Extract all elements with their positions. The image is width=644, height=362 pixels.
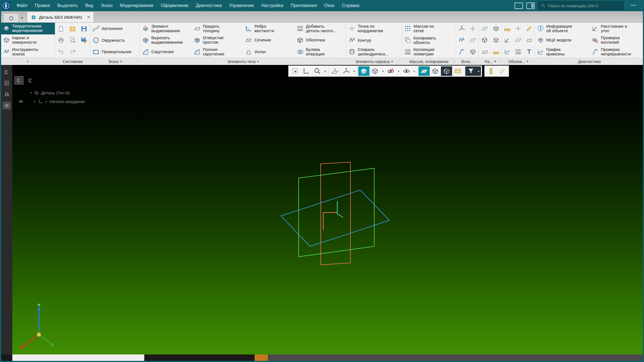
tree-panel-icon[interactable] <box>3 68 11 76</box>
menu-settings[interactable]: Настройка <box>258 0 287 11</box>
section-label-annotations[interactable]: Обозна... ▾ ⋮⋮ <box>502 58 535 65</box>
grip-icon[interactable]: ⋮⋮ <box>341 60 346 63</box>
menu-edit[interactable]: Правка <box>31 0 54 11</box>
tool-geometry-collection[interactable]: Коллекция геометрии <box>402 46 456 58</box>
workspace-layout-icon[interactable] <box>515 3 523 9</box>
tree-root-row[interactable]: ▾ Деталь (Тел-0) <box>30 90 85 95</box>
display-mode-button[interactable] <box>369 66 381 76</box>
menu-select[interactable]: Выделить <box>54 0 82 11</box>
tool-thicken[interactable]: Придать толщину <box>191 23 243 34</box>
taskbar-app-light[interactable] <box>12 354 144 361</box>
section-label-frame[interactable]: Элементы каркаса ▾ ⋮⋮ <box>346 58 402 65</box>
section-label-sketch[interactable]: Эскиз ▾ ⋮⋮ <box>90 58 140 65</box>
placement-ruler-button[interactable] <box>491 47 501 57</box>
search-input[interactable] <box>547 3 621 8</box>
tool-point-by-coords[interactable]: Точка по координатам <box>346 23 402 34</box>
tool-contour[interactable]: Контур <box>346 34 402 46</box>
placement-corner-button[interactable] <box>491 35 501 45</box>
home-tab-chevron-down-icon[interactable]: ▾ <box>19 13 25 22</box>
redo-button[interactable] <box>68 47 77 56</box>
section-label-body[interactable]: Элементы тела ▾ ⋮⋮ <box>140 58 346 65</box>
clip-volume-button[interactable] <box>430 66 441 76</box>
mode-sketch-tools[interactable]: Инструменты эскиза <box>1 46 55 58</box>
tool-fillet[interactable]: Скругление <box>140 46 191 58</box>
shaded-display-button[interactable] <box>358 66 369 76</box>
annotation-pencil-button[interactable] <box>524 24 534 34</box>
tool-object-info[interactable]: Информация об объекте <box>535 23 589 34</box>
chevron-down-icon[interactable]: ▾ <box>257 60 259 63</box>
menu-modeling[interactable]: Моделирование <box>116 0 157 11</box>
orientation-button[interactable] <box>341 66 352 76</box>
menu-sketch[interactable]: Эскиз <box>97 0 116 11</box>
menu-layout[interactable]: Оформление <box>157 0 192 11</box>
annotation-graph-button[interactable] <box>502 47 512 57</box>
tree-origin-row[interactable]: ▸ ● Начало координат <box>18 99 85 104</box>
undo-button[interactable] <box>56 47 66 56</box>
visibility-eye-icon[interactable] <box>18 99 24 104</box>
grip-icon[interactable]: ⋮⋮ <box>85 60 90 63</box>
annotation-ruler-button[interactable] <box>502 24 512 34</box>
tool-mass-properties[interactable]: МЦХ модели <box>535 34 589 46</box>
annotation-sheet-button[interactable] <box>524 35 534 45</box>
expand-closed-icon[interactable]: ▸ <box>34 100 36 103</box>
annotation-text-button[interactable] <box>524 47 534 57</box>
grip-icon[interactable]: ⋮⋮ <box>474 60 478 63</box>
hide-objects-chevron-down-icon[interactable]: ▾ <box>396 66 401 76</box>
section-label-placement[interactable]: Ра... ▾ ⋮⋮ <box>479 58 502 65</box>
tool-shell[interactable]: Оболочка <box>294 34 346 46</box>
quick-selection-button[interactable] <box>289 66 301 76</box>
annotation-collection-button[interactable] <box>513 47 523 57</box>
placement-clip-button[interactable] <box>491 24 501 34</box>
model-viewport[interactable]: ▾ ▾ ▾ ▾ ▾ ▾ <box>12 65 643 354</box>
expand-open-icon[interactable]: ▾ <box>30 91 32 95</box>
hide-objects-button[interactable] <box>385 66 396 76</box>
print-button[interactable] <box>56 35 66 45</box>
open-button[interactable] <box>68 24 77 34</box>
placement-box-button[interactable] <box>480 35 490 45</box>
visibility-chevron-down-icon[interactable]: ▾ <box>412 66 417 76</box>
chevron-down-icon[interactable]: ▾ <box>527 60 529 63</box>
grip-icon[interactable]: ⋮⋮ <box>451 60 456 63</box>
tool-full-round[interactable]: Полное скругление <box>191 46 243 58</box>
panel-toggle-icon[interactable] <box>526 3 535 9</box>
local-view-button[interactable] <box>441 66 452 76</box>
display-mode-chevron-down-icon[interactable]: ▾ <box>381 66 385 76</box>
tab-close-icon[interactable]: × <box>87 14 90 20</box>
tool-rectangle[interactable]: Прямоугольник <box>90 46 140 58</box>
menu-applications[interactable]: Приложения <box>287 0 320 11</box>
minimize-icon[interactable]: — <box>627 2 641 10</box>
rebuild-button[interactable] <box>329 66 341 76</box>
tool-cylindrical-helix[interactable]: Спираль цилиндрическ... <box>346 46 402 58</box>
grip-icon[interactable]: ⋮⋮ <box>135 60 140 63</box>
tree-composition-button[interactable] <box>26 76 35 85</box>
annotation-plane-button[interactable] <box>513 35 523 45</box>
section-label-aux[interactable]: Вспо... ⋮⋮ <box>456 58 479 65</box>
section-label-system[interactable]: Системная ⋮⋮ <box>55 58 90 65</box>
filter-chevron-down-icon[interactable]: ▾ <box>476 66 481 76</box>
appearance-button[interactable] <box>452 66 463 76</box>
aux-axes-button[interactable] <box>457 24 467 34</box>
tool-cut-extrude[interactable]: Вырезать выдавливанием <box>140 34 191 46</box>
tool-collision-check[interactable]: Проверка коллизий <box>589 34 644 46</box>
aux-box-button[interactable] <box>468 47 478 57</box>
chevron-down-icon[interactable]: ▾ <box>120 60 122 63</box>
section-label-diagnostics[interactable]: Диагностика ⋮⋮ <box>535 58 644 65</box>
placement-sheet-button[interactable] <box>480 47 490 57</box>
grip-icon[interactable]: ⋮⋮ <box>530 60 534 63</box>
aux-plane-button[interactable] <box>468 35 478 45</box>
annotation-dimension-button[interactable] <box>502 35 512 45</box>
aux-line-button[interactable] <box>457 35 467 45</box>
menu-diagnostics[interactable]: Диагностика <box>192 0 225 11</box>
zoom-chevron-down-icon[interactable]: ▾ <box>323 66 327 76</box>
tool-continuity-check[interactable]: Проверка непрерывности <box>589 46 644 58</box>
grip-icon[interactable]: ⋮⋮ <box>497 60 502 63</box>
section-display-button[interactable] <box>419 66 430 76</box>
chevron-down-icon[interactable]: ▾ <box>391 60 393 63</box>
mode-wireframe-surfaces[interactable]: Каркас и поверхности <box>1 34 55 46</box>
menu-management[interactable]: Управление <box>225 0 258 11</box>
command-search[interactable] <box>538 1 624 10</box>
aux-point-button[interactable] <box>468 24 478 34</box>
mode-solid-modeling[interactable]: Твердотельное моделирование <box>1 23 55 34</box>
menu-window[interactable]: Окно <box>320 0 338 11</box>
taskbar-app-orange[interactable] <box>255 354 268 361</box>
